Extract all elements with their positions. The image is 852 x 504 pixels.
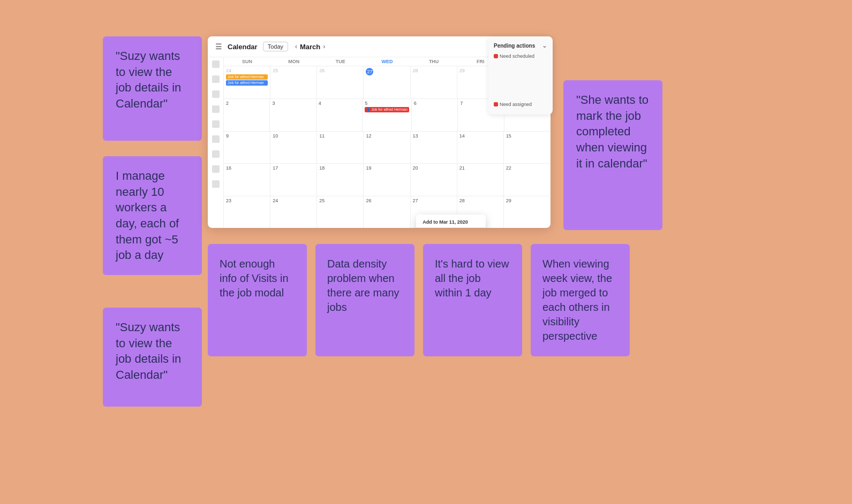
menu-icon[interactable]: ☰ [215,42,222,51]
day-num-24b: 24 [273,198,314,203]
day-9[interactable]: 9 [224,132,270,164]
day-num-19: 19 [366,165,408,171]
day-num-15: 15 [506,133,548,139]
card-mark-completed: "She wants to mark the job completed whe… [563,80,662,230]
day-22[interactable]: 22 [504,164,551,196]
day-num-21: 21 [459,165,501,171]
calendar-title: Calendar [228,43,258,51]
day-num-3: 3 [272,101,313,106]
sidebar-icon-7[interactable] [212,150,220,158]
day-num-16: 16 [226,165,268,171]
header-wed: WED [364,57,410,66]
day-num-20: 20 [413,165,455,171]
today-button[interactable]: Today [263,42,288,51]
header-mon: MON [270,57,317,66]
day-num-26: 26 [319,68,361,73]
day-15[interactable]: 15 [504,132,551,164]
day-26b[interactable]: 26 [364,196,410,228]
day-num-13: 13 [413,133,455,139]
day-18[interactable]: 18 [317,164,364,196]
context-menu: Add to Mar 11, 2020 + New Job + New Visi… [416,215,486,228]
context-menu-header: Add to Mar 11, 2020 [416,218,486,228]
day-num-10: 10 [273,133,314,139]
pending-header: Pending actions ⌄ [494,42,547,49]
day-19[interactable]: 19 [364,164,410,196]
day-num-18: 18 [319,165,361,171]
calendar-nav: ‹ March › [293,43,327,51]
pending-actions-panel: Pending actions ⌄ Need scheduled Need as… [488,36,553,114]
day-26[interactable]: 26 [317,66,364,98]
day-num-9: 9 [226,133,268,139]
day-num-29b: 29 [506,198,548,203]
prev-month-button[interactable]: ‹ [293,43,299,51]
pending-title: Pending actions [494,43,535,49]
event-red-5[interactable]: 👤 Job for alfred Herman [365,107,409,112]
day-6[interactable]: 6 [412,99,458,131]
card-suzy-view-bottom: "Suzy wants to view the job details in C… [103,308,202,407]
day-13[interactable]: 13 [411,132,457,164]
sidebar-icon-9[interactable] [212,180,220,188]
day-4[interactable]: 4 [316,99,363,131]
card-data-density: Data density problem when there are many… [315,244,414,356]
pending-label-assigned: Need assigned [500,102,532,107]
day-num-23: 23 [226,198,268,203]
sidebar-icon-4[interactable] [212,105,220,113]
day-29b[interactable]: 29 [504,196,551,228]
card-suzy-view-top: "Suzy wants to view the job details in C… [103,36,202,141]
day-num-12: 12 [366,133,408,139]
day-24[interactable]: 24 Job for alfred Herman Job for alfred … [224,66,270,98]
day-num-28b: 28 [459,198,501,203]
day-20[interactable]: 20 [411,164,457,196]
day-25b[interactable]: 25 [317,196,364,228]
day-num-wed: 27 [366,68,373,75]
day-11[interactable]: 11 Add to Mar 11, 2020 + New Job + New V… [317,132,364,164]
day-5[interactable]: 5 👤 Job for alfred Herman [363,99,412,131]
week-3: 9 10 11 Add to Mar 11, 2020 + New Job [224,132,551,164]
week-4: 16 17 18 19 20 21 [224,164,551,196]
day-25[interactable]: 25 [270,66,317,98]
pending-toggle[interactable]: ⌄ [542,42,547,49]
event-2[interactable]: Job for alfred Herman [226,80,268,86]
card-not-enough-info: Not enough info of Visits in the job mod… [208,244,307,356]
day-23[interactable]: 23 [224,196,270,228]
header-sun: SUN [224,57,270,66]
event-1[interactable]: Job for alfred Herman [226,74,268,80]
day-17[interactable]: 17 [270,164,317,196]
day-num-22: 22 [506,165,548,171]
day-num-25b: 25 [319,198,361,203]
day-num-17: 17 [273,165,314,171]
day-num-2: 2 [226,101,267,106]
sidebar-icon-5[interactable] [212,120,220,128]
bottom-cards-row: Not enough info of Visits in the job mod… [208,244,630,356]
day-num-24: 24 [226,68,268,73]
sidebar-icon-6[interactable] [212,135,220,143]
day-3[interactable]: 3 [270,99,316,131]
day-num-4: 4 [319,101,360,106]
day-num-5: 5 [365,101,409,106]
day-num-14: 14 [459,133,501,139]
pending-dot-assigned [494,102,498,106]
day-16[interactable]: 16 [224,164,270,196]
pending-dot-scheduled [494,54,498,58]
day-num-28: 28 [413,68,455,73]
sidebar-icon-2[interactable] [212,75,220,83]
day-num-25: 25 [273,68,314,73]
day-2[interactable]: 2 [224,99,270,131]
header-thu: THU [411,57,457,66]
day-21[interactable]: 21 [457,164,504,196]
sidebar-icon-3[interactable] [212,90,220,98]
day-num-27b: 27 [413,198,455,203]
sidebar-icon-8[interactable] [212,165,220,173]
next-month-button[interactable]: › [321,43,327,51]
day-24b[interactable]: 24 [270,196,317,228]
week-5: 23 24 25 26 27 28 [224,196,551,228]
day-10[interactable]: 10 [270,132,317,164]
day-num-11: 11 [319,133,361,139]
sidebar-icon-1[interactable] [212,60,220,68]
day-num-6: 6 [414,101,455,106]
day-14[interactable]: 14 [457,132,504,164]
day-12[interactable]: 12 [364,132,410,164]
day-28[interactable]: 28 [411,66,457,98]
calendar-sidebar [208,57,224,228]
day-wed-26[interactable]: 27 [364,66,410,98]
